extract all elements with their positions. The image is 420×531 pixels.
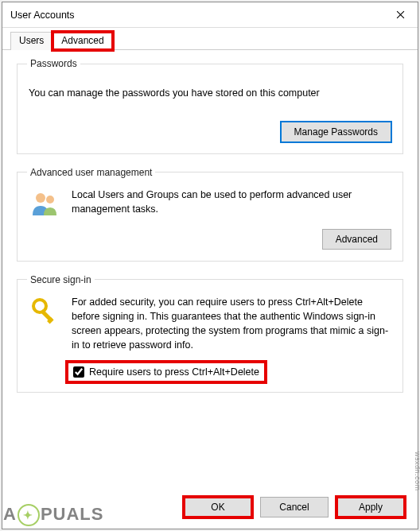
manage-passwords-button[interactable]: Manage Passwords (281, 122, 391, 142)
aum-legend: Advanced user management (27, 167, 155, 178)
user-accounts-window: User Accounts Users Advanced Passwords Y… (2, 2, 418, 529)
secure-text: For added security, you can require user… (72, 295, 391, 353)
svg-point-1 (46, 196, 54, 203)
tab-content-advanced: Passwords You can manage the passwords y… (2, 50, 418, 490)
tab-strip: Users Advanced (2, 28, 418, 50)
passwords-text: You can manage the passwords you have st… (29, 87, 391, 101)
advanced-user-management-group: Advanced user management Local Users and… (17, 167, 403, 262)
require-cad-row[interactable]: Require users to press Ctrl+Alt+Delete (68, 363, 264, 381)
aum-text: Local Users and Groups can be used to pe… (72, 188, 391, 216)
close-button[interactable] (383, 3, 418, 27)
titlebar: User Accounts (2, 2, 418, 28)
users-icon (29, 188, 62, 221)
dialog-button-row: OK Cancel Apply (2, 490, 418, 529)
advanced-button[interactable]: Advanced (322, 229, 391, 250)
close-icon (396, 10, 405, 19)
tab-users[interactable]: Users (10, 32, 52, 50)
secure-legend: Secure sign-in (27, 274, 95, 285)
window-title: User Accounts (10, 10, 75, 21)
ok-button[interactable]: OK (184, 497, 252, 517)
secure-signin-group: Secure sign-in For added security, you c… (17, 274, 403, 393)
apply-button[interactable]: Apply (336, 497, 405, 517)
tab-advanced[interactable]: Advanced (52, 32, 112, 50)
svg-point-0 (36, 193, 45, 203)
require-cad-checkbox[interactable] (73, 366, 84, 378)
passwords-group: Passwords You can manage the passwords y… (17, 58, 403, 154)
require-cad-label: Require users to press Ctrl+Alt+Delete (89, 366, 259, 378)
key-icon (29, 295, 62, 328)
passwords-legend: Passwords (27, 58, 80, 69)
cancel-button[interactable]: Cancel (260, 497, 329, 517)
